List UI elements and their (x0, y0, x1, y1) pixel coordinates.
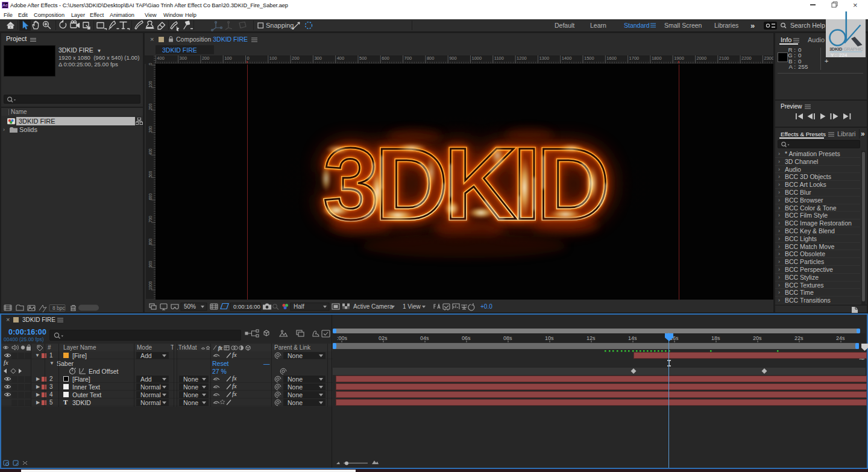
svg-text:Active Camera: Active Camera (353, 303, 393, 310)
svg-text:1000: 1000 (472, 55, 482, 61)
svg-text:Default: Default (555, 22, 574, 29)
svg-text:Parent & Link: Parent & Link (274, 344, 311, 351)
svg-text:1300: 1300 (539, 55, 549, 61)
svg-text:1200: 1200 (517, 55, 527, 61)
svg-text:0:00:16:00: 0:00:16:00 (233, 303, 260, 310)
svg-text:Mode: Mode (137, 344, 152, 351)
svg-text:1500: 1500 (584, 55, 594, 61)
svg-text:22s: 22s (794, 335, 804, 341)
svg-text:1600: 1600 (606, 55, 617, 61)
svg-text:400: 400 (337, 55, 345, 61)
svg-text:1900: 1900 (674, 55, 684, 61)
svg-text:02s: 02s (379, 335, 388, 341)
svg-text:600: 600 (382, 55, 389, 61)
svg-text:200: 200 (148, 103, 153, 110)
svg-text:1100: 1100 (494, 55, 504, 61)
svg-text:12s: 12s (587, 335, 596, 341)
svg-text:2200: 2200 (741, 55, 752, 61)
svg-text::00s: :00s (337, 335, 348, 341)
svg-text:50%: 50% (184, 303, 196, 310)
svg-text:500: 500 (148, 171, 153, 177)
svg-text:GRAPHIC: GRAPHIC (844, 46, 864, 52)
svg-text:600: 600 (148, 194, 153, 200)
svg-text:1800: 1800 (652, 55, 662, 61)
svg-text:1700: 1700 (629, 55, 640, 61)
svg-text:2300: 2300 (764, 55, 773, 61)
svg-text:2100: 2100 (719, 55, 729, 61)
svg-text:700: 700 (404, 55, 412, 61)
svg-text:900: 900 (449, 55, 457, 61)
svg-text:24s: 24s (836, 335, 845, 341)
svg-text:1 View: 1 View (403, 303, 421, 310)
svg-text:.TrkMat: .TrkMat (177, 344, 197, 351)
svg-text:Small Screen: Small Screen (664, 22, 702, 29)
svg-text:100: 100 (148, 81, 153, 87)
svg-text:Y : 224: Y : 224 (831, 52, 848, 57)
svg-text:Snapping: Snapping (266, 22, 294, 29)
svg-text:#: # (48, 344, 51, 351)
svg-text:400: 400 (157, 55, 165, 61)
svg-text:300: 300 (148, 126, 153, 133)
svg-text:700: 700 (148, 216, 153, 222)
svg-text:800: 800 (148, 238, 153, 245)
svg-text:Learn: Learn (590, 22, 606, 29)
svg-text:2000: 2000 (697, 55, 707, 61)
svg-text:fx: fx (218, 345, 222, 351)
svg-text:Layer Name: Layer Name (63, 344, 96, 351)
svg-text:900: 900 (148, 260, 153, 267)
svg-text:200: 200 (202, 55, 210, 61)
svg-text:08s: 08s (503, 335, 512, 341)
svg-text:14s: 14s (628, 335, 637, 341)
svg-text:3DKID: 3DKID (829, 46, 843, 52)
svg-text:300: 300 (314, 55, 322, 61)
svg-text:»: » (750, 21, 755, 30)
svg-text:1000: 1000 (148, 281, 153, 290)
svg-text:04s: 04s (420, 335, 429, 341)
svg-text:Standard: Standard (624, 22, 650, 29)
svg-text:500: 500 (359, 55, 367, 61)
svg-text:200: 200 (292, 55, 300, 61)
svg-text:+0.0: +0.0 (480, 303, 492, 310)
svg-text:Half: Half (294, 303, 304, 310)
svg-text:Libraries: Libraries (714, 22, 738, 29)
svg-text:100: 100 (224, 55, 232, 61)
svg-text:800: 800 (427, 55, 435, 61)
svg-text:0: 0 (148, 63, 153, 65)
svg-text:300: 300 (180, 55, 187, 61)
svg-text:06s: 06s (462, 335, 471, 341)
svg-text:18s: 18s (711, 335, 720, 341)
svg-text:20s: 20s (753, 335, 762, 341)
svg-text:Search Help: Search Help (790, 22, 825, 29)
svg-text:400: 400 (148, 148, 153, 155)
svg-text:8 bpc: 8 bpc (52, 305, 66, 311)
svg-text:10s: 10s (545, 335, 554, 341)
svg-text:0: 0 (247, 55, 250, 61)
svg-text:1400: 1400 (562, 55, 572, 61)
svg-text:100: 100 (269, 55, 277, 61)
